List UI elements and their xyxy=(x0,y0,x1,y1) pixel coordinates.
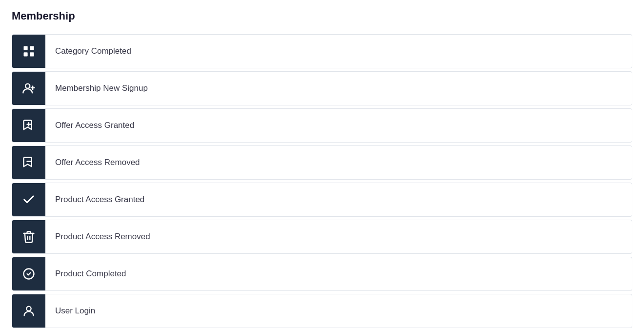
list-item[interactable]: User Login xyxy=(12,294,632,328)
svg-rect-1 xyxy=(30,46,34,50)
svg-point-4 xyxy=(25,84,30,88)
item-label-membership-new-signup: Membership New Signup xyxy=(45,83,158,93)
grid-icon xyxy=(12,35,45,68)
item-label-offer-access-granted: Offer Access Granted xyxy=(45,121,144,130)
list-item[interactable]: Product Access Granted xyxy=(12,183,632,217)
item-label-product-completed: Product Completed xyxy=(45,269,136,279)
list-item[interactable]: Membership New Signup xyxy=(12,71,632,105)
item-label-offer-access-removed: Offer Access Removed xyxy=(45,158,150,167)
svg-rect-0 xyxy=(24,46,28,50)
svg-rect-3 xyxy=(30,52,34,56)
svg-rect-2 xyxy=(24,52,28,56)
items-list: Category Completed Membership New Signup… xyxy=(12,34,632,330)
check-icon xyxy=(12,183,45,216)
item-label-product-access-removed: Product Access Removed xyxy=(45,232,160,242)
bookmark-minus-icon xyxy=(12,146,45,179)
item-label-category-completed: Category Completed xyxy=(45,46,141,56)
list-item[interactable]: Product Completed xyxy=(12,257,632,291)
svg-point-11 xyxy=(26,307,31,311)
item-label-product-access-granted: Product Access Granted xyxy=(45,195,154,205)
trash-icon xyxy=(12,220,45,253)
item-label-user-login: User Login xyxy=(45,306,105,316)
list-item[interactable]: Category Completed xyxy=(12,34,632,68)
list-item[interactable]: Offer Access Granted xyxy=(12,108,632,143)
list-item[interactable]: Offer Access Removed xyxy=(12,145,632,180)
bookmark-plus-icon xyxy=(12,109,45,142)
user-plus-icon xyxy=(12,72,45,105)
user-icon xyxy=(12,294,45,328)
list-item[interactable]: Product Access Removed xyxy=(12,220,632,254)
check-circle-icon xyxy=(12,257,45,290)
page-title: Membership xyxy=(12,10,632,22)
